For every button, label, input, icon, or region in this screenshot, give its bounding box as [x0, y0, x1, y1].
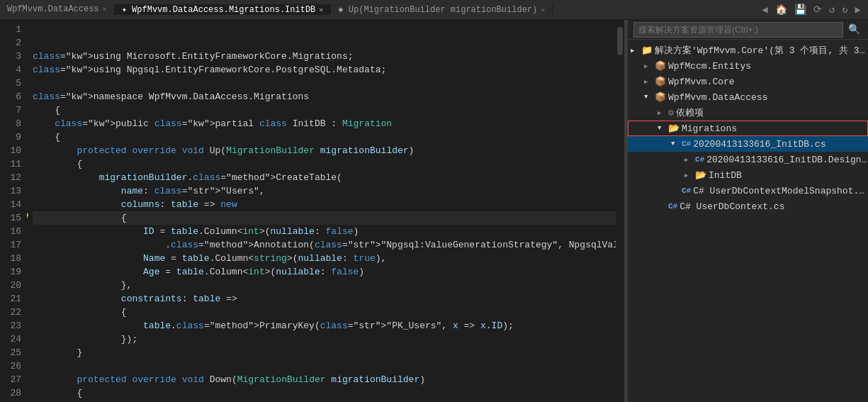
code-line-9[interactable]: { [33, 157, 616, 171]
toolbar-btn-4[interactable]: ⟳ [812, 2, 823, 17]
code-line-10[interactable]: migrationBuilder.class="method">CreateTa… [33, 171, 616, 184]
code-text-8: protected override void Up(MigrationBuil… [33, 144, 414, 157]
code-line-14[interactable]: ID = table.Column<int>(nullable: false) [33, 225, 616, 238]
tab-bar: WpfMvvm.DataAccess✕✦ WpfMvvm.DataAccess.… [0, 0, 868, 20]
tree-arrow-initdb_cs[interactable]: ▼ [671, 140, 680, 147]
code-text-20: { [33, 306, 127, 319]
line-number-16: 16 [0, 225, 21, 238]
code-area: 1234567891011121314151617181920212223242… [0, 20, 624, 402]
csharp-icon: C# [668, 202, 677, 211]
code-line-12[interactable]: columns: table => new [33, 198, 616, 211]
tree-item-snapshot[interactable]: C# C# UserDbContextModelSnapshot.cs [628, 183, 868, 199]
tree-arrow-migrations[interactable]: ▼ [658, 125, 666, 132]
code-line-21[interactable]: table.class="method">PrimaryKey(class="s… [33, 319, 616, 333]
tree-label-initdb_cs: 20200413133616_InitDB.cs [693, 139, 825, 150]
line-number-9: 9 [0, 130, 21, 144]
tabs-container: WpfMvvm.DataAccess✕✦ WpfMvvm.DataAccess.… [0, 4, 755, 15]
code-text-16: Name = table.Column<string>(nullable: tr… [33, 252, 386, 265]
code-line-8[interactable]: protected override void Up(MigrationBuil… [33, 144, 616, 157]
tree-item-dataaccess[interactable]: ▼ 📦 WpfMvvm.DataAccess [628, 89, 868, 105]
se-search-icon[interactable]: 🔍 [846, 22, 862, 37]
tree-item-initdb_cs[interactable]: ▼ C# 20200413133616_InitDB.cs [628, 136, 868, 152]
tab-close[interactable]: ✕ [319, 6, 323, 14]
tree-item-initdb_designer[interactable]: ▶ C# 20200413133616_InitDB.Designer.cs [628, 152, 868, 167]
code-text-1: class="kw">using Microsoft.EntityFramewo… [33, 50, 353, 63]
line-number-7: 7 [0, 104, 21, 117]
code-line-17[interactable]: Age = table.Column<int>(nullable: false) [33, 265, 616, 279]
se-search-bar[interactable] [633, 22, 843, 38]
scrollbar-thumb[interactable] [617, 27, 623, 55]
tree-item-initdb_folder[interactable]: ▶ 📂 InitDB [628, 167, 868, 183]
csharp-icon: C# [682, 186, 691, 195]
tree-item-solution[interactable]: ▶ 📁 解决方案'WpfMvvm.Core'(第 3 个项目, 共 3 个) [628, 43, 868, 58]
code-line-11[interactable]: name: class="str">"Users", [33, 184, 616, 198]
tree-label-migrations: Migrations [682, 123, 737, 134]
code-content[interactable]: class="kw">using Microsoft.EntityFramewo… [27, 20, 616, 402]
line-number-23: 23 [0, 319, 21, 333]
code-text-6: class="kw">public class="kw">partial cla… [33, 117, 392, 130]
tree-arrow-initdb_folder[interactable]: ▶ [684, 172, 693, 179]
tab-tab2[interactable]: ✦ WpfMvvm.DataAccess.Migrations.InitDB✕ [115, 4, 332, 15]
code-line-20[interactable]: { [33, 306, 616, 319]
toolbar-btn-5[interactable]: ↺ [828, 2, 836, 17]
tree-arrow-core[interactable]: ▶ [644, 78, 653, 86]
toolbar-btn-7[interactable]: ▶ [854, 2, 862, 17]
line-number-14: 14 [0, 198, 21, 211]
line-number-11: 11 [0, 157, 21, 171]
code-line-5[interactable]: { [33, 104, 616, 117]
tree-arrow-solution[interactable]: ▶ [631, 47, 639, 55]
code-line-3[interactable] [33, 77, 616, 90]
top-toolbar: ◀ 🏠 💾 ⟳ ↺ ↻ ▶ [755, 2, 868, 17]
code-text-22: }); [33, 333, 137, 346]
tree-item-migrations[interactable]: ▼ 📂 Migrations [628, 121, 868, 136]
toolbar-btn-2[interactable]: 🏠 [774, 2, 789, 17]
tab-tab1[interactable]: WpfMvvm.DataAccess✕ [0, 4, 115, 14]
code-line-13[interactable]: 💡 { [33, 211, 616, 225]
tree-arrow-deps[interactable]: ▶ [658, 109, 666, 117]
code-line-15[interactable]: .class="method">Annotation(class="str">"… [33, 238, 616, 252]
scrollbar-track[interactable] [616, 20, 624, 402]
code-line-4[interactable]: class="kw">namespace WpfMvvm.DataAccess.… [33, 90, 616, 104]
tree-label-core: WpfMvvm.Core [668, 77, 735, 87]
line-number-26: 26 [0, 359, 21, 373]
toolbar-btn-3[interactable]: 💾 [793, 2, 808, 17]
tree-item-deps[interactable]: ▶ ⚙ 依赖项 [628, 105, 868, 121]
se-search-input[interactable] [638, 25, 838, 35]
code-line-22[interactable]: }); [33, 333, 616, 346]
tree-item-core[interactable]: ▶ 📦 WpfMvvm.Core [628, 74, 868, 89]
tree-arrow-initdb_designer[interactable]: ▶ [684, 156, 693, 164]
tab-label: WpfMvvm.DataAccess [7, 4, 99, 14]
code-line-25[interactable]: protected override void Down(MigrationBu… [33, 373, 616, 386]
line-number-8: 8 [0, 117, 21, 130]
code-line-23[interactable]: } [33, 346, 616, 359]
line-number-6: 6 [0, 90, 21, 104]
tree-item-userdbcontext[interactable]: C# C# UserDbContext.cs [628, 199, 868, 214]
lightbulb-icon[interactable]: 💡 [27, 211, 30, 225]
tree-item-entitys[interactable]: ▶ 📦 WpfMccm.Entitys [628, 58, 868, 74]
tree-label-initdb_designer: 20200413133616_InitDB.Designer.cs [706, 155, 868, 165]
csharp-icon: C# [682, 140, 691, 148]
line-number-18: 18 [0, 252, 21, 265]
code-line-7[interactable]: { [33, 130, 616, 144]
code-line-26[interactable]: { [33, 386, 616, 400]
code-text-4: class="kw">namespace WpfMvvm.DataAccess.… [33, 90, 309, 104]
code-line-1[interactable]: class="kw">using Microsoft.EntityFramewo… [33, 50, 616, 63]
toolbar-btn-6[interactable]: ↻ [840, 2, 849, 17]
code-line-24[interactable] [33, 359, 616, 373]
line-number-19: 19 [0, 265, 21, 279]
tab-tab3[interactable]: ◆ Up(MigrationBuilder migrationBuilder)✕ [331, 4, 553, 15]
code-line-19[interactable]: constraints: table => [33, 292, 616, 306]
code-line-16[interactable]: Name = table.Column<string>(nullable: tr… [33, 252, 616, 265]
tab-close[interactable]: ✕ [541, 6, 545, 14]
code-text-9: { [33, 157, 82, 171]
code-text-26: { [33, 386, 82, 400]
toolbar-btn-1[interactable]: ◀ [760, 2, 769, 17]
tab-close[interactable]: ✕ [103, 5, 107, 13]
code-line-18[interactable]: }, [33, 279, 616, 292]
line-number-5: 5 [0, 77, 21, 90]
code-line-6[interactable]: class="kw">public class="kw">partial cla… [33, 117, 616, 130]
code-line-2[interactable]: class="kw">using Npgsql.EntityFrameworkC… [33, 63, 616, 77]
tree-label-snapshot: C# UserDbContextModelSnapshot.cs [693, 186, 868, 196]
tree-arrow-entitys[interactable]: ▶ [644, 62, 653, 70]
tree-arrow-dataaccess[interactable]: ▼ [644, 94, 653, 101]
